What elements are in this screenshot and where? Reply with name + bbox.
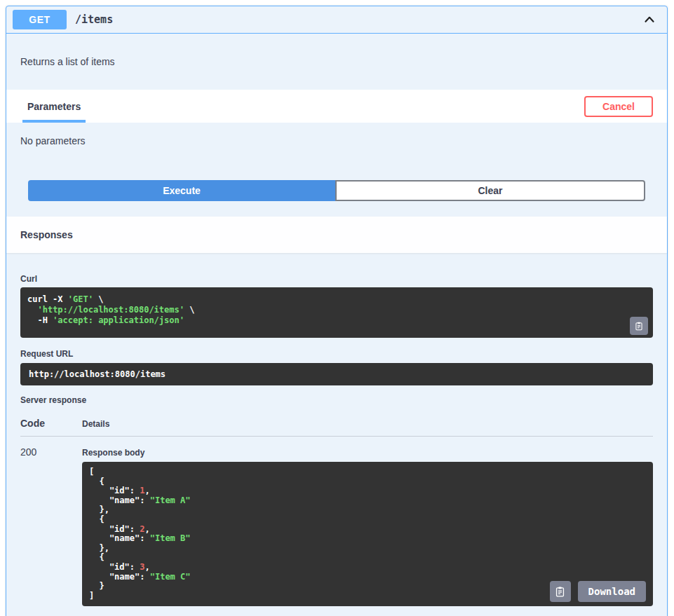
code-line: "id": 3, — [89, 563, 646, 573]
status-code: 200 — [20, 446, 82, 606]
response-actions: Download — [550, 581, 646, 602]
code-line: 'http://localhost:8080/items' \ — [27, 305, 646, 315]
operation-summary-header[interactable]: GET /items — [6, 6, 667, 34]
response-body-label: Response body — [82, 448, 653, 458]
code-line: "name": "Item C" — [89, 573, 646, 582]
download-button[interactable]: Download — [578, 581, 646, 602]
copy-curl-button[interactable] — [630, 317, 648, 335]
responses-body: Curl curl -X 'GET' \ 'http://localhost:8… — [6, 253, 667, 616]
code-line: }, — [89, 544, 646, 554]
cancel-button[interactable]: Cancel — [584, 96, 653, 117]
execute-button-group: Execute Clear — [28, 180, 645, 201]
code-line: curl -X 'GET' \ — [27, 294, 646, 305]
code-line: { — [89, 477, 646, 487]
copy-response-button[interactable] — [550, 581, 571, 602]
code-column-header: Code — [20, 418, 82, 429]
operation-path: /items — [75, 13, 640, 26]
clipboard-icon — [554, 586, 566, 598]
code-line: "id": 2, — [89, 525, 646, 535]
responses-title: Responses — [20, 229, 73, 240]
no-parameters-text: No parameters — [6, 123, 667, 146]
code-line: { — [89, 553, 646, 563]
server-response-table-header: Code Details — [20, 418, 653, 437]
request-url-value: http://localhost:8080/items — [20, 363, 653, 385]
curl-code-block: curl -X 'GET' \ 'http://localhost:8080/i… — [20, 287, 653, 338]
responses-section-header: Responses — [6, 217, 667, 253]
tab-parameters[interactable]: Parameters — [22, 90, 86, 123]
code-line: "name": "Item A" — [89, 496, 646, 506]
http-method-badge: GET — [13, 10, 67, 29]
operation-panel: GET /items Returns a list of items Param… — [6, 6, 668, 616]
response-body-block: [ { "id": 1, "name": "Item A" }, { "id":… — [82, 462, 653, 606]
code-line: -H 'accept: application/json' — [27, 315, 646, 326]
code-line: [ — [89, 467, 646, 477]
chevron-up-icon — [642, 12, 657, 27]
clear-button[interactable]: Clear — [335, 180, 645, 201]
code-line: "id": 1, — [89, 486, 646, 496]
server-response-row: 200 Response body [ { "id": 1, "name": "… — [20, 437, 653, 606]
curl-label: Curl — [20, 274, 653, 284]
tab-bar: Parameters Cancel — [6, 90, 667, 123]
code-line: { — [89, 515, 646, 525]
curl-code: curl -X 'GET' \ 'http://localhost:8080/i… — [27, 294, 646, 326]
response-details-cell: Response body [ { "id": 1, "name": "Item… — [82, 446, 653, 606]
operation-description: Returns a list of items — [6, 34, 667, 90]
server-response-label: Server response — [20, 395, 653, 405]
code-line: "name": "Item B" — [89, 534, 646, 544]
code-line: }, — [89, 505, 646, 515]
tab-parameters-label: Parameters — [27, 101, 81, 112]
execute-button[interactable]: Execute — [28, 180, 335, 201]
clipboard-icon — [634, 321, 644, 331]
request-url-label: Request URL — [20, 349, 653, 359]
collapse-button[interactable] — [640, 11, 659, 29]
details-column-header: Details — [82, 419, 653, 429]
